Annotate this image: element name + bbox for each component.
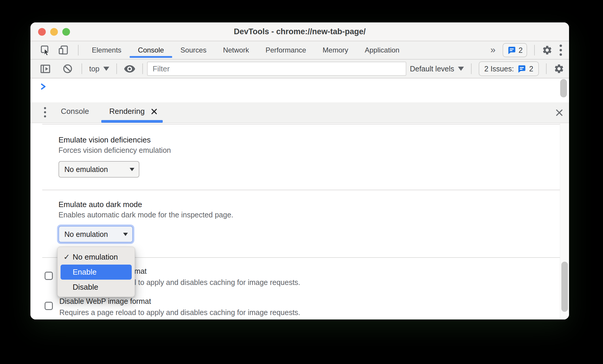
device-toolbar-icon[interactable] [58, 45, 69, 55]
console-settings-gear-icon[interactable] [554, 63, 564, 74]
menu-item-disable[interactable]: Disable [58, 280, 135, 295]
log-levels-selector[interactable]: Default levels [410, 65, 464, 73]
titlebar: DevTools - chrome://new-tab-page/ [30, 22, 569, 41]
tab-console[interactable]: Console [130, 41, 172, 59]
tab-elements[interactable]: Elements [84, 41, 130, 59]
inspect-element-icon[interactable] [40, 45, 50, 55]
tab-network[interactable]: Network [215, 41, 257, 59]
checkbox-label: Disable WebP image format [59, 296, 151, 306]
toolbar-separator [471, 63, 472, 74]
section-subtitle: Enables automatic dark mode for the insp… [58, 210, 233, 219]
section-title: Emulate auto dark mode [58, 199, 142, 209]
console-sidebar-toggle-icon[interactable] [40, 64, 51, 74]
tab-application[interactable]: Application [356, 41, 408, 59]
rendering-scrollbar-thumb[interactable] [561, 262, 568, 312]
issues-label: 2 Issues: [484, 65, 514, 73]
checkbox-description: Requires a page reload to apply and disa… [59, 308, 300, 317]
toolbar-separator [116, 63, 117, 74]
chevron-down-icon [123, 233, 128, 236]
issues-counter-button[interactable]: 2 [503, 43, 527, 57]
toolbar-separator [78, 45, 79, 55]
section-divider [42, 124, 560, 124]
section-subtitle: Forces vision deficiency emulation [58, 145, 171, 155]
close-drawer-icon[interactable] [555, 108, 564, 117]
drawer-tab-rendering[interactable]: Rendering [101, 102, 163, 120]
rendering-panel: Emulate vision deficiencies Forces visio… [30, 123, 569, 319]
main-menu-kebab-icon[interactable] [560, 45, 562, 56]
live-expression-eye-icon[interactable] [124, 65, 135, 73]
tab-memory[interactable]: Memory [314, 41, 357, 59]
drawer-menu-kebab-icon[interactable] [44, 107, 46, 117]
main-tab-bar: Elements Console Sources Network Perform… [30, 41, 569, 60]
settings-gear-icon[interactable] [542, 45, 553, 55]
menu-item-no-emulation[interactable]: ✓ No emulation [58, 250, 135, 265]
disable-avif-checkbox[interactable] [45, 272, 53, 280]
minimize-window-button[interactable] [50, 28, 58, 36]
issues-count: 2 [519, 46, 523, 55]
chevron-down-icon [458, 67, 464, 71]
close-window-button[interactable] [38, 28, 46, 36]
issues-count: 2 [529, 65, 533, 73]
toolbar-separator [546, 63, 547, 74]
maximize-window-button[interactable] [62, 28, 70, 36]
filter-input[interactable] [147, 62, 406, 76]
drawer-tab-console[interactable]: Console [61, 102, 89, 120]
auto-dark-mode-dropdown[interactable]: No emulation [58, 226, 133, 242]
tab-sources[interactable]: Sources [172, 41, 215, 59]
console-toolbar: top Default levels 2 Issues: 2 [30, 60, 569, 78]
console-message-area[interactable] [30, 78, 569, 102]
chevron-down-icon [130, 168, 134, 171]
issues-message-icon [507, 46, 516, 55]
active-drawer-tab-underline [101, 120, 163, 123]
vision-deficiencies-dropdown[interactable]: No emulation [58, 161, 139, 178]
issues-message-icon [517, 64, 526, 73]
devtools-window: DevTools - chrome://new-tab-page/ Elemen… [30, 22, 569, 319]
checkmark-icon: ✓ [63, 252, 70, 262]
disable-webp-checkbox[interactable] [45, 302, 53, 310]
section-title: Emulate vision deficiencies [58, 135, 151, 145]
more-tabs-button[interactable]: » [490, 45, 496, 55]
active-tab-underline [130, 56, 172, 58]
toolbar-separator [82, 63, 82, 74]
drawer-tab-bar: Console Rendering [30, 102, 569, 123]
chevron-down-icon [103, 67, 109, 71]
toolbar-separator [142, 63, 143, 74]
console-prompt-icon [40, 83, 47, 92]
tab-performance[interactable]: Performance [257, 41, 314, 59]
console-scrollbar-thumb[interactable] [560, 79, 567, 97]
section-divider [42, 190, 560, 190]
window-title: DevTools - chrome://new-tab-page/ [30, 22, 569, 41]
traffic-lights [38, 28, 70, 36]
toolbar-separator [534, 45, 535, 55]
context-selector[interactable]: top [89, 65, 109, 73]
dropdown-options-menu: ✓ No emulation Enable Disable [57, 247, 135, 297]
menu-item-enable[interactable]: Enable [61, 265, 132, 280]
close-rendering-tab-icon[interactable] [151, 108, 158, 115]
clear-console-icon[interactable] [63, 64, 73, 74]
issues-button[interactable]: 2 Issues: 2 [479, 61, 539, 76]
